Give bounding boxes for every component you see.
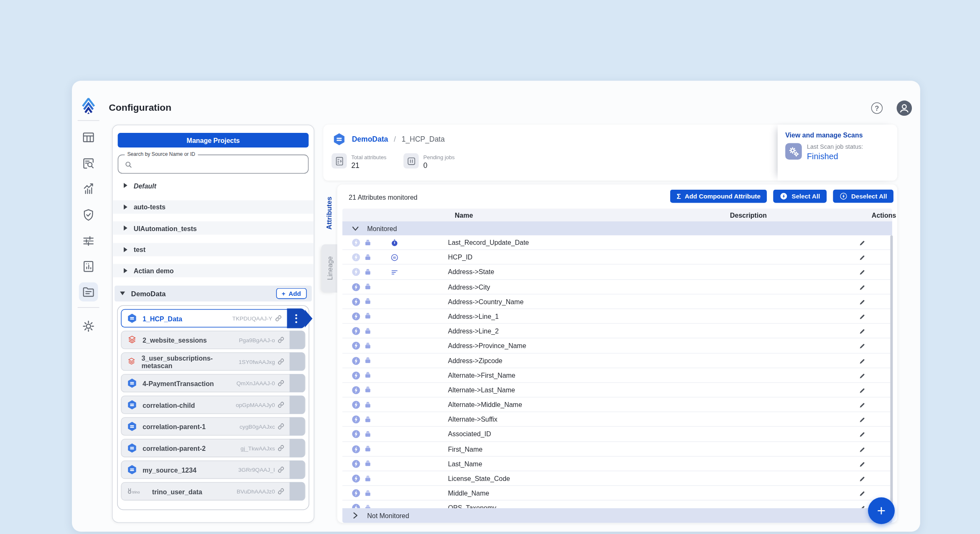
edit-pencil-icon[interactable]	[858, 239, 867, 247]
not-monitored-group-row[interactable]: Not Monitored	[342, 508, 892, 523]
help-icon[interactable]: ?	[871, 102, 883, 114]
attribute-row[interactable]: Address->State	[342, 265, 892, 280]
sidebar-nav-item[interactable]	[76, 254, 101, 280]
project-row[interactable]: test	[112, 243, 314, 256]
source-row[interactable]: trino_user_data BVuDhAAAJz0	[121, 482, 305, 501]
attribute-row[interactable]: Address->Zipcode	[342, 353, 892, 368]
source-row[interactable]: my_source_1234 3GRr9QAAJ_I	[121, 460, 305, 479]
add-fab-button[interactable]: +	[868, 497, 895, 524]
attribute-row[interactable]: Alternate->First_Name	[342, 368, 892, 383]
sidebar-nav-item[interactable]	[76, 202, 101, 228]
link-icon[interactable]	[278, 466, 285, 473]
source-row[interactable]: 2_website_sessions Pga9BgAAJ-o	[121, 331, 305, 349]
edit-pencil-icon[interactable]	[858, 283, 867, 291]
search-input[interactable]	[135, 156, 304, 172]
breadcrumb-project-link[interactable]: DemoData	[352, 135, 388, 143]
sidebar-nav-item[interactable]	[76, 150, 101, 176]
source-row[interactable]: correlation-child opGpMAAAJy0	[121, 396, 305, 414]
attribute-row[interactable]: Last_Name	[342, 457, 892, 471]
attribute-name: License_State_Code	[448, 474, 510, 482]
select-all-button[interactable]: Select All	[773, 190, 826, 203]
source-name: correlation-parent-2	[143, 444, 206, 452]
edit-pencil-icon[interactable]	[858, 445, 867, 453]
edit-pencil-icon[interactable]	[858, 504, 867, 508]
project-row-expanded[interactable]: DemoData + Add	[115, 285, 312, 301]
stat-label: Total attributes	[351, 154, 386, 160]
bolt-icon	[351, 430, 361, 439]
attribute-name: Last_Record_Update_Date	[448, 239, 529, 246]
source-end-strip	[290, 460, 305, 479]
project-row[interactable]: auto-tests	[112, 200, 314, 214]
sidebar-nav-item[interactable]	[76, 125, 101, 150]
attribute-row[interactable]: Middle_Name	[342, 486, 892, 501]
briefcase-icon	[363, 356, 372, 365]
source-row[interactable]: 1_HCP_Data TKPDUQAAJ-Y	[121, 309, 305, 328]
edit-pencil-icon[interactable]	[858, 268, 867, 276]
attribute-row[interactable]: Address->Country_Name	[342, 294, 892, 309]
user-avatar[interactable]	[897, 100, 912, 116]
attribute-row[interactable]: Address->Province_Name	[342, 338, 892, 353]
attribute-name: Middle_Name	[448, 489, 490, 497]
link-icon[interactable]	[278, 445, 285, 452]
tab-attributes[interactable]: Attributes	[325, 196, 333, 229]
add-source-button[interactable]: + Add	[276, 288, 307, 299]
settings-gear-icon[interactable]	[76, 313, 101, 339]
link-icon[interactable]	[278, 358, 285, 365]
project-row[interactable]: Actian demo	[112, 264, 314, 277]
attribute-row[interactable]: Address->Line_2	[342, 324, 892, 338]
edit-pencil-icon[interactable]	[858, 430, 867, 439]
link-icon[interactable]	[275, 315, 282, 322]
sidebar-nav-item[interactable]	[76, 176, 101, 202]
attribute-row[interactable]: First_Name	[342, 442, 892, 456]
attribute-row[interactable]: HCP_ID	[342, 250, 892, 264]
link-icon[interactable]	[278, 401, 285, 408]
table-scrollbar[interactable]	[890, 235, 893, 507]
attribute-row[interactable]: Associated_ID	[342, 427, 892, 442]
edit-pencil-icon[interactable]	[858, 474, 867, 483]
manage-projects-button[interactable]: Manage Projects	[118, 133, 309, 147]
attribute-row[interactable]: Address->City	[342, 280, 892, 294]
attribute-row[interactable]: Last_Record_Update_Date	[342, 235, 892, 250]
source-row[interactable]: 3_user_subscriptions-metascan 1SY0fwAAJx…	[121, 352, 305, 371]
link-icon[interactable]	[278, 423, 285, 430]
tab-lineage[interactable]: Lineage	[322, 244, 337, 292]
source-id: TKPDUQAAJ-Y	[232, 315, 282, 322]
chevron-down-icon	[351, 224, 360, 233]
attribute-row[interactable]: License_State_Code	[342, 471, 892, 486]
edit-pencil-icon[interactable]	[858, 312, 867, 320]
attribute-row[interactable]: Address->Line_1	[342, 309, 892, 324]
attribute-row[interactable]: Alternate->Suffix	[342, 412, 892, 427]
link-icon[interactable]	[278, 488, 285, 495]
edit-pencil-icon[interactable]	[858, 298, 867, 306]
edit-pencil-icon[interactable]	[858, 356, 867, 365]
source-row[interactable]: 4-PaymentTransaction QmXnJAAAJ-0	[121, 374, 305, 392]
link-icon[interactable]	[278, 380, 285, 387]
edit-pencil-icon[interactable]	[858, 253, 867, 262]
edit-pencil-icon[interactable]	[858, 371, 867, 379]
attribute-row[interactable]: Alternate->Middle_Name	[342, 397, 892, 412]
link-icon[interactable]	[278, 336, 285, 343]
edit-pencil-icon[interactable]	[858, 386, 867, 394]
project-row[interactable]: Default	[112, 179, 314, 192]
view-manage-scans-link[interactable]: View and manage Scans	[785, 131, 890, 139]
edit-pencil-icon[interactable]	[858, 327, 867, 336]
edit-pencil-icon[interactable]	[858, 342, 867, 350]
source-row[interactable]: correlation-parent-2 gj_TkwAAJxs	[121, 439, 305, 457]
monitored-group-row[interactable]: Monitored	[342, 221, 892, 235]
briefcase-icon	[363, 415, 372, 424]
bolt-icon	[351, 326, 361, 336]
edit-pencil-icon[interactable]	[858, 460, 867, 468]
edit-pencil-icon[interactable]	[858, 415, 867, 424]
attribute-row[interactable]: OPS_Taxonomy	[342, 501, 892, 508]
source-kebab-menu[interactable]	[287, 309, 305, 328]
attribute-row[interactable]: Alternate->Last_Name	[342, 383, 892, 397]
project-row[interactable]: UIAutomation_tests	[112, 221, 314, 235]
edit-pencil-icon[interactable]	[858, 489, 867, 498]
deselect-all-button[interactable]: Deselect All	[833, 190, 893, 203]
edit-pencil-icon[interactable]	[858, 401, 867, 409]
sidebar-nav-item[interactable]	[76, 228, 101, 254]
add-compound-attribute-button[interactable]: Σ Add Compound Attribute	[670, 190, 767, 203]
briefcase-icon	[363, 400, 372, 409]
source-row[interactable]: correlation-parent-1 cygB0gAAJxc	[121, 417, 305, 435]
sidebar-nav-item[interactable]	[76, 279, 101, 305]
